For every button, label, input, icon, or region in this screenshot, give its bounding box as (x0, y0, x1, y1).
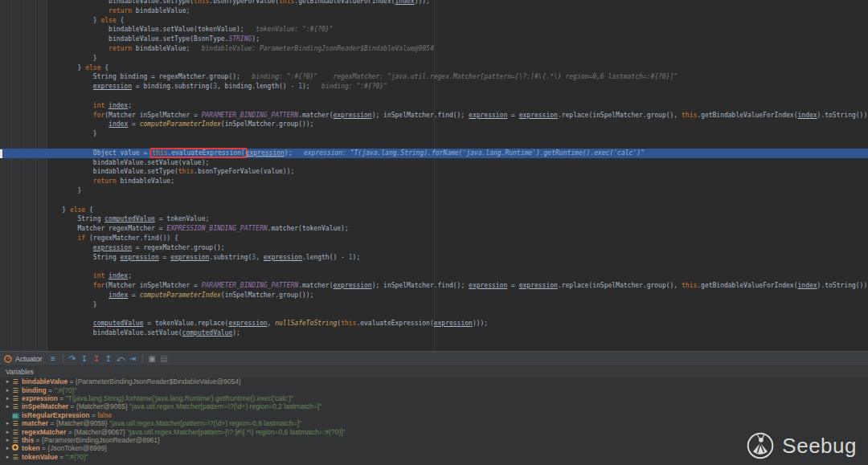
execution-line[interactable]: Object value = this.evaluateExpression(e… (0, 149, 868, 158)
force-step-into-icon[interactable]: ↧ (91, 353, 103, 365)
expand-chevron-icon[interactable]: ▸ (4, 378, 11, 385)
variable-name: expression (22, 394, 58, 402)
code-line[interactable]: int index; (0, 271, 868, 281)
code-line[interactable]: } (0, 54, 868, 63)
actuator-gauge-icon (4, 355, 12, 363)
code-line[interactable]: bindableValue.setType(this.bsonTypeForVa… (0, 167, 868, 177)
variable-ref-value: {Matcher@9059} (56, 419, 109, 427)
inline-debugger-hint: bindableValue: ParameterBindingJsonReade… (190, 45, 433, 52)
code-line[interactable]: bindableValue.setType(this.bsonTypeForVa… (0, 0, 868, 6)
variable-row[interactable]: ▸☰tokenValue = ":#{?0}" (0, 453, 868, 461)
variable-string-value: ":#{?0}" (54, 386, 76, 394)
variable-name: matcher (22, 419, 48, 427)
code-line[interactable]: return bindableValue; (0, 177, 868, 186)
variable-ref-value: {ParameterBindingJsonReader@8961} (42, 436, 160, 444)
code-line[interactable] (0, 196, 868, 206)
equals-sign: = (68, 377, 76, 385)
code-line[interactable]: bindableValue.setValue(computedValue); (0, 328, 868, 338)
code-line[interactable]: } else { (0, 16, 868, 26)
equals-sign: = (40, 444, 48, 452)
variable-row[interactable]: ▸☰this = {ParameterBindingJsonReader@896… (0, 436, 868, 444)
code-line[interactable]: bindableValue.setType(BsonType.STRING); (0, 35, 868, 44)
step-out-icon[interactable]: ↥ (103, 353, 115, 365)
code-line[interactable]: bindableValue.setValue(tokenValue); toke… (0, 25, 868, 35)
code-line[interactable]: expression = binding.substring(3, bindin… (0, 82, 868, 92)
variable-name: isRegularExpression (22, 411, 90, 419)
expand-chevron-icon[interactable]: ▸ (4, 420, 11, 426)
variable-row[interactable]: ▸token = {JsonToken@8999} (0, 444, 868, 452)
code-line[interactable] (0, 309, 868, 319)
expand-chevron-icon[interactable]: ▸ (4, 403, 11, 410)
code-line[interactable]: String binding = regexMatcher.group(); b… (0, 72, 868, 82)
code-line[interactable] (0, 262, 868, 271)
variable-row[interactable]: ▸☰bindableValue = {ParameterBindingJsonR… (0, 377, 868, 385)
code-line[interactable]: return bindableValue; (0, 6, 868, 16)
menu-icon[interactable]: ≡ (47, 353, 59, 365)
variable-icon: ☰ (12, 403, 18, 410)
code-line[interactable]: bindableValue.setValue(value); (0, 158, 868, 168)
variable-row[interactable]: 01isRegularExpression = false (0, 411, 868, 419)
variable-name: tokenValue (22, 453, 58, 461)
code-line[interactable]: } (0, 186, 868, 196)
code-line[interactable]: Matcher regexMatcher = EXPRESSION_BINDIN… (0, 224, 868, 234)
variable-ref-value: {JsonToken@8999} (47, 444, 107, 452)
variable-string-value: "java.util.regex.Matcher[pattern=\?(\d+)… (109, 419, 301, 427)
variable-string-value: ":#{?0}" (66, 453, 88, 461)
expand-chevron-icon[interactable]: ▸ (4, 395, 11, 402)
code-line[interactable]: return bindableValue; bindableValue: Par… (0, 44, 868, 54)
seebug-watermark: Seebug (746, 431, 857, 460)
debug-toolbar: Actuator ≡↷↧↧↥⤺⇥▣▤ (0, 352, 868, 366)
code-line[interactable]: String expression = expression.substring… (0, 253, 868, 263)
code-line[interactable]: index = computeParameterIndex(inSpelMatc… (0, 291, 868, 300)
code-line[interactable]: for(Matcher inSpelMatcher = PARAMETER_BI… (0, 281, 868, 291)
step-into-icon[interactable]: ↧ (79, 353, 91, 365)
code-line[interactable]: } (0, 129, 868, 139)
expand-chevron-icon[interactable]: ▸ (4, 437, 11, 443)
code-line[interactable]: } (0, 300, 868, 310)
variable-keyword-value: false (97, 411, 112, 419)
code-line[interactable]: expression = regexMatcher.group(); (0, 243, 868, 253)
expand-chevron-icon[interactable]: ▸ (4, 387, 11, 394)
run-to-cursor-icon[interactable]: ⇥ (127, 353, 139, 365)
expand-chevron-icon[interactable]: ▸ (4, 429, 11, 435)
expand-chevron-icon[interactable]: ▸ (4, 445, 11, 451)
code-line[interactable]: int index; (0, 101, 868, 111)
code-line[interactable]: index = computeParameterIndex(inSpelMatc… (0, 120, 868, 129)
variable-string-value: "java.util.regex.Matcher[pattern=[\?:]#\… (127, 428, 345, 436)
code-line[interactable]: if (regexMatcher.find()) { (0, 234, 868, 243)
variable-row[interactable]: ▸☰matcher = {Matcher@9059} "java.util.re… (0, 419, 868, 427)
variable-string-value: "java.util.regex.Matcher[pattern=\?(\d+)… (129, 402, 321, 410)
variables-header: Variables (0, 366, 868, 377)
variable-row[interactable]: ▸☰binding = ":#{?0}" (0, 385, 868, 394)
code-line[interactable] (0, 92, 868, 101)
toolbar-separator (63, 354, 63, 363)
code-line[interactable]: computedValue = tokenValue.replace(expre… (0, 319, 868, 328)
debug-tab-actuator[interactable]: Actuator (2, 355, 47, 363)
variable-icon: ☰ (12, 395, 18, 402)
step-over-icon[interactable]: ↷ (67, 353, 79, 365)
expand-chevron-icon[interactable]: ▸ (4, 454, 11, 460)
drop-frame-icon[interactable]: ⤺ (115, 353, 127, 365)
variable-row[interactable]: ▸☰inSpelMatcher = {Matcher@9085} "java.u… (0, 402, 868, 410)
variable-icon: ☰ (12, 437, 18, 444)
variable-ref-value: {Matcher@9067} (74, 428, 127, 436)
inline-debugger-hint: binding: ":#{?0}" regexMatcher: "java.ut… (240, 73, 678, 80)
layout-settings-icon[interactable]: ▤ (158, 353, 170, 365)
variable-icon: ☰ (12, 420, 18, 427)
variable-row[interactable]: ▸☰regexMatcher = {Matcher@9067} "java.ut… (0, 427, 868, 435)
view-breakpoints-icon[interactable]: ▣ (146, 353, 158, 365)
text-caret (0, 149, 2, 158)
variable-row[interactable]: ▸☰expression = "T(java.lang.String).forN… (0, 394, 868, 402)
code-line[interactable]: } else { (0, 206, 868, 215)
code-line[interactable]: for(Matcher inSpelMatcher = PARAMETER_BI… (0, 111, 868, 120)
code-line[interactable]: String computedValue = tokenValue; (0, 214, 868, 224)
equals-sign: = (58, 394, 66, 402)
variable-name: binding (22, 386, 47, 394)
variable-name: regexMatcher (22, 428, 66, 436)
code-editor[interactable]: bindableValue.setType(this.bsonTypeForVa… (0, 0, 868, 351)
variable-ref-value: {Matcher@9085} (76, 402, 129, 410)
equals-sign: = (34, 436, 42, 444)
code-line[interactable] (0, 139, 868, 149)
code-line[interactable]: } else { (0, 63, 868, 73)
variable-string-value: "T(java.lang.String).forName('java.lang.… (66, 394, 293, 402)
